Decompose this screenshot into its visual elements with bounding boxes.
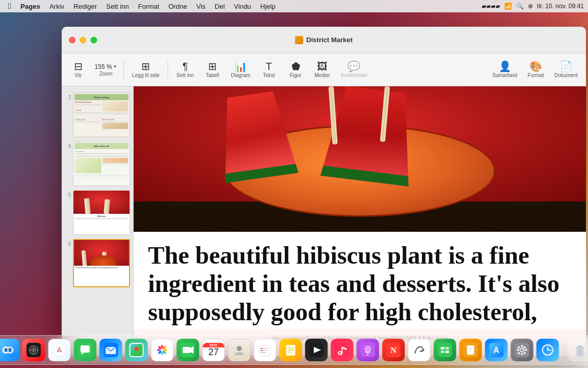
svg-rect-66 bbox=[446, 347, 449, 349]
table-icon: ⊞ bbox=[208, 61, 217, 71]
dock-item-systemsettings[interactable] bbox=[511, 339, 534, 361]
zoom-label: Zoom bbox=[99, 71, 113, 77]
document-icon bbox=[295, 36, 303, 44]
pages-window: District Market ⊟ Vis 155 % ▼ Zoom ⊞ Leg… bbox=[62, 27, 586, 356]
calendar-day: 27 bbox=[208, 347, 218, 358]
svg-point-18 bbox=[59, 349, 60, 351]
svg-point-63 bbox=[422, 349, 425, 351]
table-label: Tabell bbox=[206, 72, 219, 78]
page-thumbnail-5[interactable]: Hibiscus bbox=[73, 190, 130, 235]
page-thumbnail-4[interactable]: Where We're At Our Locations bbox=[73, 141, 130, 186]
svg-point-59 bbox=[367, 348, 369, 350]
control-center-icon[interactable]: ⊕ bbox=[528, 3, 533, 10]
dock-item-safari[interactable] bbox=[48, 339, 71, 361]
battery-icon: ▰▰▰▰ bbox=[482, 3, 500, 10]
toolbar-insert-button[interactable]: ¶ Sett inn bbox=[172, 59, 198, 80]
dock-item-trash[interactable] bbox=[569, 339, 589, 361]
dock-item-tv[interactable] bbox=[305, 339, 328, 361]
dock-item-messages[interactable] bbox=[74, 339, 97, 361]
toolbar-chart-button[interactable]: 📊 Diagram bbox=[227, 59, 254, 80]
svg-rect-27 bbox=[161, 345, 163, 348]
dock-item-photos[interactable] bbox=[151, 339, 174, 361]
menubar-del[interactable]: Del bbox=[211, 2, 229, 11]
window-maximize-button[interactable] bbox=[90, 36, 97, 43]
window-close-button[interactable] bbox=[69, 36, 76, 43]
svg-text:N: N bbox=[391, 346, 397, 355]
dock-item-facetime[interactable] bbox=[177, 339, 199, 361]
dock-item-reminders[interactable] bbox=[254, 339, 277, 361]
page-number-4: 4 bbox=[65, 143, 71, 149]
menubar-arkiv[interactable]: Arkiv bbox=[45, 2, 68, 11]
menubar-format[interactable]: Format bbox=[134, 2, 163, 11]
toolbar-separator-2 bbox=[168, 61, 168, 79]
dock-item-pages[interactable] bbox=[460, 339, 482, 361]
menubar-hjelp[interactable]: Hjelp bbox=[256, 2, 280, 11]
toolbar-add-page-button[interactable]: ⊞ Legg til side bbox=[128, 59, 163, 80]
toolbar-format-button[interactable]: 🎨 Format bbox=[523, 59, 548, 80]
svg-rect-29 bbox=[164, 349, 168, 351]
window-controls bbox=[69, 36, 97, 43]
svg-rect-67 bbox=[441, 351, 445, 353]
text-label: Tekst bbox=[263, 72, 274, 78]
dock-item-appstore[interactable]: A bbox=[485, 339, 508, 361]
menubar-ordne[interactable]: Ordne bbox=[164, 2, 191, 11]
page-thumb-container-5: 5 Hibiscus bbox=[62, 188, 133, 237]
document-label: Dokument bbox=[554, 72, 578, 78]
zoom-control[interactable]: 155 % ▼ Zoom bbox=[93, 62, 119, 78]
svg-rect-45 bbox=[261, 352, 263, 353]
svg-rect-81 bbox=[517, 349, 520, 351]
comment-label: Kommentar bbox=[341, 72, 368, 78]
menubar-pages[interactable]: Pages bbox=[16, 2, 44, 11]
insert-label: Sett inn bbox=[176, 72, 194, 78]
menubar-vindu[interactable]: Vindu bbox=[230, 2, 255, 11]
search-icon[interactable]: 🔍 bbox=[516, 3, 524, 10]
document-area[interactable]: The beautiful hibiscus plant is a fine i… bbox=[134, 86, 586, 356]
dock-item-contacts[interactable] bbox=[228, 339, 251, 361]
toolbar-comment-button[interactable]: 💬 Kommentar bbox=[337, 59, 372, 80]
dock-item-freeform[interactable] bbox=[408, 339, 431, 361]
dock-item-finder[interactable] bbox=[0, 339, 20, 361]
page-thumbnail-3[interactable]: Kitchen College A Variety of Cheese Kefi… bbox=[73, 93, 130, 137]
menubar-rediger[interactable]: Rediger bbox=[69, 2, 101, 11]
page-sidebar: 3 Kitchen College A Variety of Cheese bbox=[62, 86, 134, 356]
page-thumbnail-6[interactable]: The beautiful hibiscus plant is a fine i… bbox=[73, 239, 130, 287]
svg-rect-36 bbox=[183, 347, 190, 353]
apple-menu[interactable]:  bbox=[4, 1, 15, 12]
dock-item-screentime[interactable] bbox=[537, 339, 559, 361]
document-page: The beautiful hibiscus plant is a fine i… bbox=[134, 86, 586, 356]
svg-rect-64 bbox=[438, 343, 452, 357]
dock-item-launchpad[interactable] bbox=[23, 339, 45, 361]
dock-item-podcasts[interactable] bbox=[357, 339, 379, 361]
zoom-dropdown-icon: ▼ bbox=[113, 64, 117, 69]
page-number-6: 6 bbox=[65, 241, 71, 247]
dock-item-notes[interactable] bbox=[280, 339, 302, 361]
dock-item-numbers[interactable] bbox=[434, 339, 456, 361]
media-icon: 🖼 bbox=[317, 61, 327, 71]
toolbar-document-button[interactable]: 📄 Dokument bbox=[550, 59, 582, 80]
dock-item-mail[interactable] bbox=[100, 339, 122, 361]
collaborate-label: Samarbeid bbox=[492, 72, 517, 78]
window-title: District Market bbox=[295, 36, 353, 44]
dock: NOV 27 N A bbox=[0, 335, 588, 365]
document-name: District Market bbox=[306, 36, 353, 44]
svg-rect-90 bbox=[578, 345, 582, 347]
toolbar-media-button[interactable]: 🖼 Medier bbox=[310, 59, 335, 80]
insert-icon: ¶ bbox=[182, 61, 188, 71]
menubar-sett-inn[interactable]: Sett inn bbox=[102, 2, 133, 11]
toolbar-table-button[interactable]: ⊞ Tabell bbox=[200, 59, 225, 80]
toolbar-shape-button[interactable]: ⬟ Figur bbox=[283, 59, 308, 80]
main-area: 3 Kitchen College A Variety of Cheese bbox=[62, 86, 586, 356]
svg-rect-82 bbox=[525, 349, 527, 351]
svg-text:A: A bbox=[493, 346, 500, 355]
dock-separator bbox=[564, 341, 564, 359]
dock-item-news[interactable]: N bbox=[382, 339, 405, 361]
toolbar-vis-button[interactable]: ⊟ Vis bbox=[66, 59, 90, 80]
dock-item-maps[interactable] bbox=[125, 339, 148, 361]
dock-item-music[interactable] bbox=[331, 339, 354, 361]
window-minimize-button[interactable] bbox=[80, 36, 86, 43]
dock-item-calendar[interactable]: NOV 27 bbox=[203, 339, 225, 361]
toolbar-collaborate-button[interactable]: 👤 Samarbeid bbox=[488, 59, 521, 80]
menubar-vis[interactable]: Vis bbox=[192, 2, 210, 11]
shape-label: Figur bbox=[290, 72, 302, 78]
toolbar-text-button[interactable]: T Tekst bbox=[256, 59, 281, 80]
